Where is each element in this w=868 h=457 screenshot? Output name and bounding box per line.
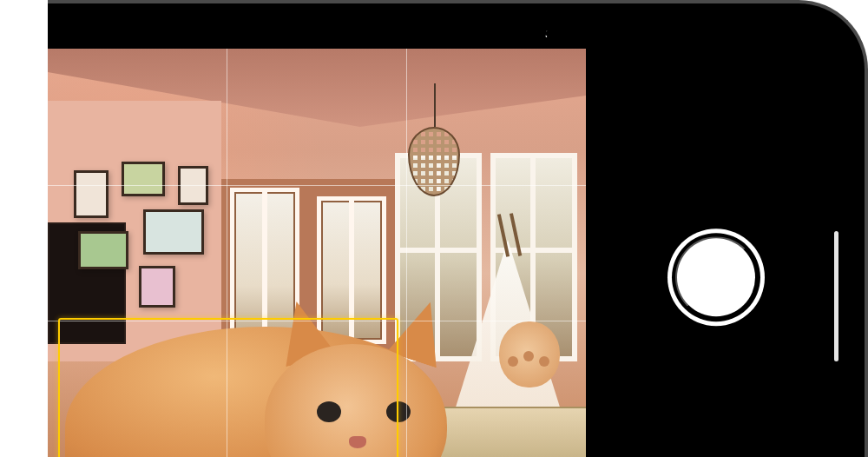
device-notch	[347, 19, 547, 49]
phone-frame: .5×	[48, 0, 868, 457]
subject-detection-box	[58, 318, 398, 457]
screen: .5×	[48, 19, 845, 457]
camera-controls-panel	[586, 49, 845, 457]
home-indicator[interactable]	[834, 231, 838, 361]
shutter-button[interactable]	[675, 236, 757, 318]
camera-viewfinder[interactable]	[48, 49, 586, 457]
